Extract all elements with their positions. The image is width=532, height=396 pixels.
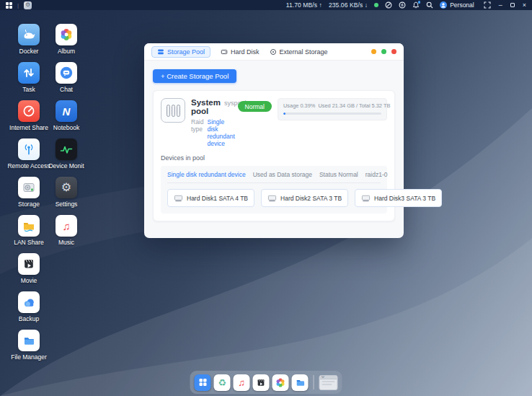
window-minimize-light[interactable] [371, 49, 376, 54]
tab-external-storage[interactable]: External Storage [270, 48, 328, 56]
dock-music[interactable]: ♫ [234, 374, 250, 391]
active-app-icon[interactable]: ⚙ [24, 1, 32, 9]
tab-storage-pool[interactable]: Storage Pool [151, 46, 210, 58]
maximize-button[interactable] [510, 3, 515, 7]
music-note-icon: ♫ [56, 215, 77, 237]
desktop-icon-music[interactable]: ♫ Music [43, 215, 89, 246]
system-pool-card: System pool syspool Raid type Single dis… [153, 90, 395, 221]
dock-app-launcher[interactable] [195, 374, 211, 391]
hard-disk-icon [221, 48, 228, 56]
tab-label: Storage Pool [167, 48, 205, 56]
disk-chip-1[interactable]: Hard Disk1 SATA 4 TB [167, 189, 254, 207]
user-name: Personal [450, 1, 474, 9]
antenna-icon [18, 138, 40, 160]
folder-icon [18, 330, 40, 351]
desktop-icon-label: Docker [19, 48, 39, 55]
disk-chip-2[interactable]: Hard Disk2 SATA 3 TB [261, 189, 348, 207]
menubar-separator: | [17, 2, 19, 9]
gear-icon: ⚙ [322, 375, 324, 379]
task-arrows-icon [18, 62, 40, 84]
window-titlebar[interactable]: Storage Pool Hard Disk External Storage [144, 43, 404, 61]
cloud-icon [18, 291, 40, 313]
dock-separator [314, 375, 314, 390]
album-flower-icon [275, 377, 286, 388]
dock-file-manager[interactable] [292, 374, 309, 391]
external-storage-icon [270, 48, 277, 56]
devices-in-pool-title: Devices in pool [161, 154, 387, 162]
desktop-icon-label: Storage [18, 201, 40, 208]
desktop-icon-file-manager[interactable]: File Manager [6, 330, 52, 361]
avatar [440, 1, 447, 9]
usage-percent-label: Usage 0.39% [283, 102, 315, 109]
storage-window: Storage Pool Hard Disk External Storage [144, 43, 404, 238]
docker-whale-icon [18, 24, 40, 45]
tab-hard-disk[interactable]: Hard Disk [221, 48, 260, 56]
window-close-light[interactable] [391, 49, 396, 54]
window-maximize-light[interactable] [381, 49, 386, 54]
dock-movie[interactable] [253, 374, 270, 391]
desktop-icon-movie[interactable]: Movie [6, 253, 52, 284]
disk-chip-3[interactable]: Hard Disk3 SATA 3 TB [355, 189, 442, 207]
music-note-icon: ♫ [238, 378, 245, 387]
desktop-icon-label: File Manager [11, 353, 47, 361]
minimize-button[interactable]: – [499, 2, 502, 9]
disk-label: Hard Disk1 SATA 4 TB [187, 195, 248, 202]
desktop-icon-album[interactable]: Album [43, 24, 89, 55]
disk-label: Hard Disk2 SATA 3 TB [280, 195, 342, 202]
upload-speed: 11.70 MB/s ↑ [286, 1, 322, 9]
blocked-sign-icon[interactable] [385, 1, 392, 9]
app-grid-icon [198, 378, 207, 387]
desktop-icon-label: Settings [56, 201, 78, 208]
album-flower-icon [56, 24, 77, 45]
dock-trash[interactable]: ♻ [214, 374, 231, 391]
device-status: Status Normal [319, 171, 358, 178]
shared-folder-icon [18, 215, 40, 237]
usage-progress-fill [283, 113, 285, 115]
desktop-icon-label: Album [58, 48, 75, 55]
close-button[interactable]: × [523, 2, 526, 9]
chat-bubble-icon [56, 62, 77, 84]
user-menu[interactable]: Personal [440, 1, 474, 9]
devices-box: Single disk redundant device Used as Dat… [161, 166, 387, 214]
fullscreen-icon[interactable] [484, 1, 491, 9]
desktop-icon-backup[interactable]: Backup [6, 291, 52, 322]
disk-icon [361, 193, 371, 203]
apps-grid-icon[interactable] [6, 2, 12, 9]
desktop-icon-device-monitor[interactable]: Device Monit [43, 138, 89, 170]
usage-used-total-label: Used 21.34 GB / Total 5.32 TB [318, 102, 390, 109]
pool-name: System pool [191, 98, 221, 115]
clapperboard-icon [256, 377, 267, 388]
raid-type-link[interactable]: Single disk redundant device [207, 118, 234, 147]
dock: ♻ ♫ [190, 371, 342, 394]
disk-label: Hard Disk3 SATA 3 TB [374, 195, 435, 202]
ecg-line-icon [56, 138, 77, 160]
usage-progress-track [283, 113, 381, 115]
notification-badge [418, 1, 421, 4]
desktop-icon-label: Task [22, 86, 35, 93]
create-storage-pool-button[interactable]: + Create Storage Pool [153, 69, 236, 83]
desktop-icon-notebook[interactable]: N Notebook [43, 100, 89, 131]
tab-label: Hard Disk [231, 48, 260, 56]
pool-array-icon [161, 98, 185, 123]
gear-icon: ⚙ [56, 177, 77, 198]
usage-box: Usage 0.39% Used 21.34 GB / Total 5.32 T… [278, 98, 387, 120]
sync-status-icon[interactable] [399, 1, 406, 9]
dock-album[interactable] [272, 374, 289, 391]
search-icon[interactable] [426, 1, 433, 9]
desktop-icon-chat[interactable]: Chat [43, 62, 89, 93]
device-type-link[interactable]: Single disk redundant device [167, 171, 246, 178]
notifications-bell-icon[interactable] [412, 1, 420, 9]
folder-icon [294, 377, 306, 388]
desktop-icon-label: Movie [21, 277, 37, 284]
status-dot-icon[interactable] [374, 3, 378, 7]
status-badge: Normal [238, 101, 272, 112]
desktop-icon-label: LAN Share [14, 239, 44, 246]
desktop-icon-label: Notebook [53, 124, 79, 131]
desktop-icon-settings[interactable]: ⚙ Settings [43, 177, 89, 208]
compass-arrow-icon [18, 100, 40, 122]
notebook-n-icon: N [56, 100, 77, 122]
dock-running-storage-window[interactable]: ⚙ [319, 375, 338, 390]
device-raid-group: raidz1-0 [365, 171, 388, 178]
desktop-icon-label: Chat [60, 86, 73, 93]
menu-bar: | ⚙ 11.70 MB/s ↑ 235.06 KB/s ↓ [0, 0, 532, 10]
